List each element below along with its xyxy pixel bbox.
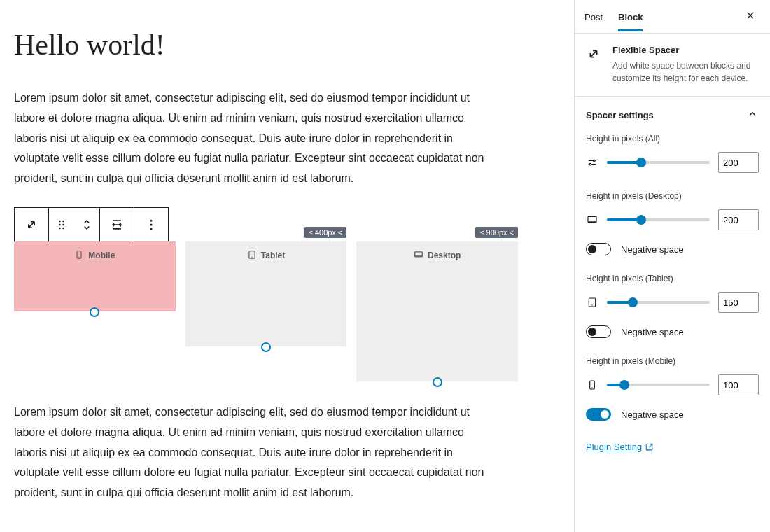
resize-handle-mobile[interactable] [90,307,99,317]
settings-icon [586,157,598,168]
spacer-preview-mobile[interactable]: Mobile [14,241,176,312]
desktop-icon [414,250,424,262]
control-height-tablet: Height in pixels (Tablet) Negative space [586,274,759,338]
spacer-preview-tablet[interactable]: Tablet [186,241,347,346]
label-height-mobile: Height in pixels (Mobile) [586,356,759,366]
plugin-setting-link[interactable]: Plugin Setting [586,442,654,452]
svg-point-16 [589,163,592,165]
paragraph-block-1[interactable]: Lorem ipsum dolor sit amet, consectetur … [14,88,490,189]
input-height-all[interactable] [718,152,759,173]
toggle-label-tablet: Negative space [621,327,684,337]
breakpoint-badge-desktop: ≤ 900px < [475,227,518,238]
tab-block[interactable]: Block [618,2,643,31]
post-title[interactable]: Hello world! [14,28,532,62]
close-sidebar-button[interactable] [741,6,760,27]
slider-mobile[interactable] [607,384,710,386]
toggle-negative-desktop[interactable] [586,243,611,255]
chevron-up-icon [746,108,759,122]
spacer-settings-toggle[interactable]: Spacer settings [575,97,770,134]
flexible-spacer-icon [586,45,603,85]
slider-tablet[interactable] [607,301,710,304]
spacer-label-tablet: Tablet [261,251,285,260]
resize-handle-desktop[interactable] [433,377,442,387]
label-height-all: Height in pixels (All) [586,134,759,144]
control-height-mobile: Height in pixels (Mobile) Negative space [586,356,759,421]
slider-desktop[interactable] [607,218,710,221]
tab-post[interactable]: Post [584,2,603,31]
spacer-label-mobile: Mobile [88,251,115,260]
input-height-mobile[interactable] [718,374,759,396]
svg-point-0 [59,220,61,223]
spacer-preview-desktop[interactable]: Desktop [356,241,518,382]
label-height-tablet: Height in pixels (Tablet) [586,274,759,284]
breakpoint-badge-tablet: ≤ 400px < [304,227,347,238]
svg-point-15 [593,160,595,162]
input-height-tablet[interactable] [718,292,759,313]
svg-point-2 [59,224,61,226]
svg-point-3 [62,224,64,226]
panel-title: Spacer settings [586,110,654,120]
svg-point-5 [62,227,64,230]
toggle-label-mobile: Negative space [621,410,684,420]
svg-point-1 [62,220,64,223]
desktop-icon [586,214,598,225]
flexible-spacer-block[interactable]: Mobile ≤ 400px < Tablet ≤ 900px < Deskto… [14,241,518,382]
move-up-down-button[interactable] [74,208,99,241]
control-height-all: Height in pixels (All) [586,134,759,173]
toggle-negative-mobile[interactable] [586,408,611,421]
align-button[interactable] [100,208,134,241]
tablet-icon [586,297,598,308]
svg-point-4 [59,227,61,230]
paragraph-block-2[interactable]: Lorem ipsum dolor sit amet, consectetur … [14,402,490,503]
svg-point-8 [150,227,153,230]
mobile-icon [586,379,598,391]
svg-point-7 [150,223,153,225]
tablet-icon [247,250,257,262]
mobile-icon [74,250,84,262]
block-title: Flexible Spacer [612,45,759,55]
block-type-button[interactable] [15,208,48,241]
more-options-button[interactable] [134,208,168,241]
input-height-desktop[interactable] [718,209,759,230]
resize-handle-tablet[interactable] [261,342,271,352]
slider-all[interactable] [607,161,710,164]
block-desc-text: Add white space between blocks and custo… [612,59,759,85]
svg-point-6 [150,220,153,222]
block-description: Flexible Spacer Add white space between … [575,34,770,96]
spacer-label-desktop: Desktop [428,251,461,260]
block-toolbar [14,207,169,242]
drag-handle-button[interactable] [49,208,74,241]
control-height-desktop: Height in pixels (Desktop) Negative spac… [586,191,759,255]
settings-sidebar: Post Block Flexible Spacer Add white spa… [574,0,770,532]
toggle-label-desktop: Negative space [621,244,684,255]
editor-canvas[interactable]: Hello world! Lorem ipsum dolor sit amet,… [0,0,574,532]
toggle-negative-tablet[interactable] [586,326,611,338]
label-height-desktop: Height in pixels (Desktop) [586,191,759,201]
